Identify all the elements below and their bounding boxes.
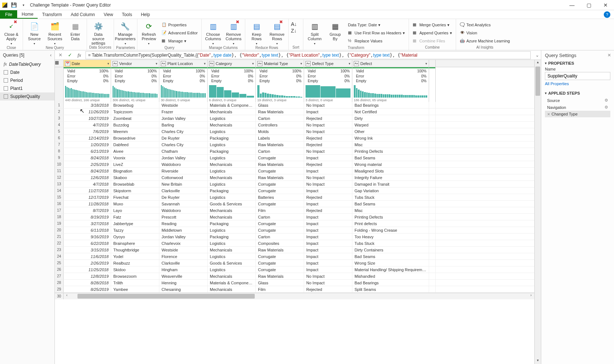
query-item-datetablequery[interactable]: fxDateTableQuery: [0, 60, 54, 68]
cell-defect[interactable]: Other: [352, 128, 429, 134]
cell-mat[interactable]: Glass: [256, 102, 304, 108]
type-icon[interactable]: AB: [306, 61, 311, 66]
replace-values-button[interactable]: ½Replace Values: [346, 37, 406, 45]
cell-mat[interactable]: Labels: [256, 135, 304, 141]
row-number[interactable]: 11: [55, 168, 64, 174]
cell-mat[interactable]: Raw Materials: [256, 174, 304, 181]
row-number[interactable]: 28: [55, 280, 64, 286]
query-item-supplierquality[interactable]: SupplierQuality: [0, 92, 54, 101]
type-icon[interactable]: 📅: [65, 61, 70, 66]
cell-mat[interactable]: Carton: [256, 148, 304, 154]
text-analytics-button[interactable]: 🗨️Text Analytics: [458, 21, 511, 29]
cell-plant[interactable]: De Ruyter: [159, 194, 208, 200]
cell-defect[interactable]: Misaligned Slots: [352, 168, 429, 174]
cell-mat[interactable]: Raw Materials: [256, 161, 304, 167]
cell-date[interactable]: 3/27/2018: [64, 220, 111, 227]
cell-cat[interactable]: Logistics: [208, 181, 256, 187]
menu-view[interactable]: View: [99, 10, 118, 19]
applied-step-changed-type[interactable]: ✕Changed Type: [545, 111, 610, 117]
cell-vendor[interactable]: Layo: [111, 207, 159, 213]
step-gear-icon[interactable]: ⚙: [604, 105, 608, 110]
cell-cat[interactable]: Logistics: [208, 240, 256, 246]
table-row[interactable]: 13/18/2018BrowsebugWestsideMaterials & C…: [55, 102, 534, 109]
cell-cat[interactable]: Packaging: [208, 234, 256, 240]
cell-mat[interactable]: Corrugate: [256, 201, 304, 207]
cell-plant[interactable]: De Ruyter: [159, 135, 208, 141]
cell-mat[interactable]: Carton: [256, 214, 304, 220]
cell-defect[interactable]: Tubs Stuck: [352, 240, 429, 246]
cell-plant[interactable]: Savannah: [159, 201, 208, 207]
table-row[interactable]: 188/19/2019FatzPrescottMechanicalsCarton…: [55, 214, 534, 220]
table-row[interactable]: 310/27/2019ZoombeatJordan ValleyLogistic…: [55, 115, 534, 122]
cell-plant[interactable]: Westside: [159, 247, 208, 253]
cell-cat[interactable]: Mechanicals: [208, 207, 256, 213]
hscroll-right-icon[interactable]: ›: [528, 293, 534, 299]
row-number[interactable]: 25: [55, 260, 64, 266]
cell-plant[interactable]: Jordan Valley: [159, 234, 208, 240]
row-number[interactable]: 18: [55, 214, 64, 220]
cell-defect[interactable]: Bad Seams: [352, 155, 429, 161]
maximize-button[interactable]: ▢: [580, 0, 597, 10]
cell-defect[interactable]: Printing Defects: [352, 148, 429, 154]
cell-mat[interactable]: Corrugate: [256, 266, 304, 273]
cell-date[interactable]: 12/8/2019: [64, 273, 111, 279]
enter-data-button[interactable]: ▦Enter Data: [66, 21, 84, 41]
cell-mat[interactable]: Corrugate: [256, 253, 304, 259]
cell-date[interactable]: 4/7/2019: [64, 122, 111, 128]
row-number[interactable]: 6: [55, 135, 64, 141]
refresh-preview-button[interactable]: ⟳Refresh Preview: [140, 21, 158, 46]
cell-defect[interactable]: Wrong material: [352, 161, 429, 167]
cell-cat[interactable]: Mechanicals: [208, 109, 256, 115]
cell-cat[interactable]: Mechanicals: [208, 174, 256, 181]
cell-cat[interactable]: Mechanicals: [208, 122, 256, 128]
minimize-button[interactable]: —: [564, 0, 580, 10]
row-number[interactable]: 13: [55, 181, 64, 187]
cell-vendor[interactable]: Blognation: [111, 168, 159, 174]
menu-home[interactable]: Home: [17, 10, 38, 19]
cell-cat[interactable]: Logistics: [208, 266, 256, 273]
row-number[interactable]: 16: [55, 201, 64, 207]
row-number[interactable]: 29: [55, 286, 64, 292]
cell-dtype[interactable]: Impact: [304, 266, 352, 273]
cell-plant[interactable]: Riverside: [159, 168, 208, 174]
cell-plant[interactable]: Waldoboro: [159, 161, 208, 167]
cell-defect[interactable]: Tubs Stuck: [352, 194, 429, 200]
properties-button[interactable]: 📋Properties: [160, 21, 199, 29]
cell-defect[interactable]: Split Seams: [352, 286, 429, 292]
cell-mat[interactable]: Raw Materials: [256, 273, 304, 279]
column-header-date[interactable]: 📅Date▾: [64, 60, 111, 67]
cell-vendor[interactable]: Thoughtbridge: [111, 247, 159, 253]
cell-vendor[interactable]: Muxo: [111, 201, 159, 207]
cell-cat[interactable]: Goods & Services: [208, 260, 256, 266]
type-icon[interactable]: AB: [113, 61, 118, 66]
cell-date[interactable]: 8/7/2019: [64, 207, 111, 213]
cell-cat[interactable]: Logistics: [208, 227, 256, 233]
cell-cat[interactable]: Logistics: [208, 168, 256, 174]
cell-date[interactable]: 1/20/2019: [64, 141, 111, 148]
table-row[interactable]: 298/25/2019YambeeChesaningMechanicalsFil…: [55, 286, 534, 293]
cell-vendor[interactable]: Fatz: [111, 214, 159, 220]
split-column-button[interactable]: ▥Split Column: [306, 21, 324, 46]
cell-dtype[interactable]: Impact: [304, 247, 352, 253]
cell-plant[interactable]: Chesaning: [159, 286, 208, 292]
cell-plant[interactable]: Jordan Valley: [159, 155, 208, 161]
row-number[interactable]: 7: [55, 141, 64, 148]
cell-mat[interactable]: Carton: [256, 234, 304, 240]
data-grid[interactable]: ▦ 📅Date▾ABVendor▾ABPlant Location▾ABCate…: [55, 60, 534, 364]
cell-plant[interactable]: Cottonwood: [159, 174, 208, 181]
horizontal-scrollbar[interactable]: 30 ‹ ›: [55, 293, 534, 299]
cell-vendor[interactable]: Buzzdog: [111, 122, 159, 128]
row-number[interactable]: 12: [55, 174, 64, 181]
cell-date[interactable]: 6/21/2019: [64, 148, 111, 154]
delete-step-icon[interactable]: ✕: [547, 112, 550, 116]
row-number[interactable]: 17: [55, 207, 64, 213]
cell-cat[interactable]: Mechanicals: [208, 286, 256, 292]
filter-dropdown-icon[interactable]: ▾: [106, 62, 109, 65]
table-row[interactable]: 206/11/2018TazzyMiddletownLogisticsCorru…: [55, 227, 534, 234]
table-row[interactable]: 233/15/2018ThoughtbridgeWestsideMechanic…: [55, 247, 534, 253]
cell-defect[interactable]: Gap Variation: [352, 187, 429, 194]
data-type-button[interactable]: Data Type: Date ▾: [346, 21, 406, 29]
cell-vendor[interactable]: Fivechat: [111, 194, 159, 200]
cell-mat[interactable]: Corrugate: [256, 260, 304, 266]
table-row[interactable]: 134/7/2018BrowseblabNew BritainLogistics…: [55, 181, 534, 187]
